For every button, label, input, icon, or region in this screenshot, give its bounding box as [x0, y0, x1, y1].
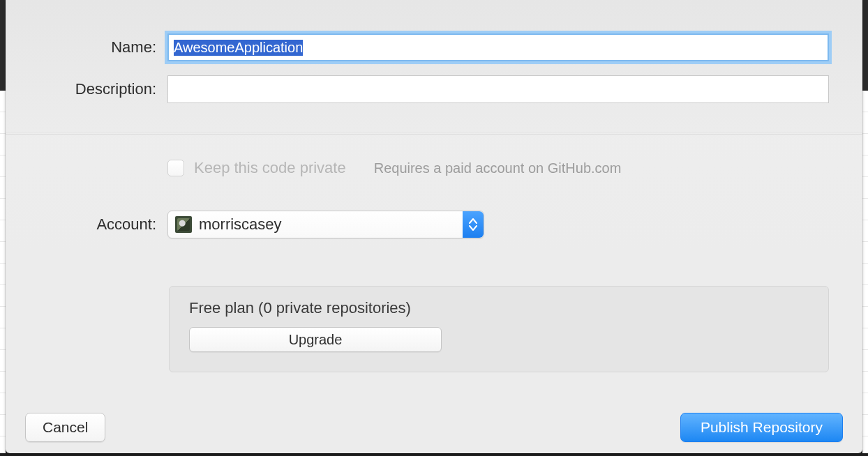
row-description: Description: [6, 75, 862, 103]
footer: Cancel Publish Repository [6, 413, 862, 442]
account-popup[interactable]: morriscasey [167, 211, 484, 238]
account-label: Account: [6, 215, 167, 234]
description-label: Description: [6, 80, 167, 98]
keep-private-hint: Requires a paid account on GitHub.com [374, 160, 622, 176]
form-area: Name: Description: [6, 33, 862, 117]
parent-window-edge-left [0, 91, 6, 453]
keep-private-checkbox[interactable] [167, 160, 184, 176]
name-input[interactable] [167, 33, 829, 61]
row-keep-private: Keep this code private Requires a paid a… [6, 159, 862, 177]
name-label: Name: [6, 38, 167, 56]
row-account: Account: morriscasey [6, 211, 862, 238]
publish-repository-sheet: Name: Description: Keep this code privat… [6, 0, 862, 453]
plan-box: Free plan (0 private repositories) Upgra… [169, 286, 829, 372]
upgrade-button-label: Upgrade [289, 332, 343, 348]
updown-chevrons-icon[interactable] [463, 211, 484, 238]
upgrade-button[interactable]: Upgrade [189, 327, 442, 352]
divider [6, 134, 862, 135]
publish-button-label: Publish Repository [701, 419, 823, 436]
keep-private-label: Keep this code private [194, 159, 346, 177]
plan-title: Free plan (0 private repositories) [189, 299, 809, 317]
cancel-button[interactable]: Cancel [25, 413, 105, 442]
account-selected-value: morriscasey [199, 215, 282, 234]
row-name: Name: [6, 33, 862, 61]
avatar-icon [175, 216, 192, 233]
parent-window-edge-right [862, 91, 868, 453]
description-input[interactable] [167, 75, 829, 103]
cancel-button-label: Cancel [43, 419, 88, 436]
publish-button[interactable]: Publish Repository [680, 413, 843, 442]
